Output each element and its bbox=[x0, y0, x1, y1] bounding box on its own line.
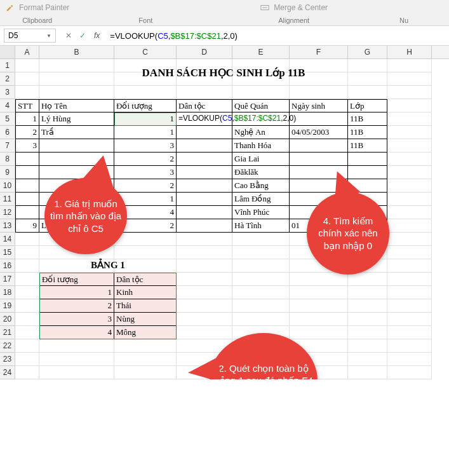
cell[interactable]: Gia Lai bbox=[232, 153, 290, 166]
cell[interactable] bbox=[387, 299, 432, 313]
row-header[interactable]: 7 bbox=[0, 139, 15, 153]
row-header[interactable]: 10 bbox=[0, 179, 15, 193]
cell[interactable] bbox=[114, 233, 177, 246]
col-header-D[interactable]: D bbox=[177, 46, 232, 58]
cell[interactable] bbox=[15, 286, 39, 299]
col-header-F[interactable]: F bbox=[290, 46, 348, 58]
cell[interactable] bbox=[387, 112, 432, 126]
cell[interactable] bbox=[348, 326, 387, 339]
cell[interactable] bbox=[114, 246, 177, 259]
cell[interactable]: Dân tộc bbox=[177, 99, 232, 112]
cell[interactable] bbox=[15, 246, 39, 259]
cell[interactable]: Cao Bằng bbox=[232, 179, 290, 193]
name-box[interactable]: D5 ▼ bbox=[4, 29, 56, 43]
cell[interactable] bbox=[177, 153, 232, 166]
cell[interactable] bbox=[387, 313, 432, 326]
row-header[interactable]: 23 bbox=[0, 353, 15, 366]
cell[interactable]: Lý Hùng bbox=[39, 112, 114, 126]
cell[interactable] bbox=[15, 153, 39, 166]
row-header[interactable]: 5 bbox=[0, 112, 15, 126]
cell[interactable] bbox=[15, 193, 39, 206]
row-header[interactable]: 9 bbox=[0, 166, 15, 179]
cell[interactable] bbox=[290, 286, 348, 299]
cell[interactable] bbox=[387, 353, 432, 366]
cell[interactable]: Đối tượng bbox=[114, 99, 177, 112]
cell[interactable]: 1 bbox=[114, 126, 177, 139]
cell[interactable] bbox=[387, 326, 432, 339]
cell[interactable] bbox=[15, 353, 39, 366]
cell[interactable] bbox=[15, 259, 39, 273]
cell[interactable] bbox=[15, 233, 39, 246]
cell[interactable] bbox=[114, 353, 177, 366]
cell[interactable]: Ngày sinh bbox=[290, 99, 348, 112]
cell[interactable] bbox=[177, 206, 232, 219]
merge-center-button[interactable]: Merge & Center bbox=[260, 3, 328, 13]
cell[interactable] bbox=[387, 193, 432, 206]
cell[interactable]: 3 bbox=[114, 166, 177, 179]
cell[interactable]: Đăklăk bbox=[232, 166, 290, 179]
cell[interactable] bbox=[387, 179, 432, 193]
cell[interactable]: Quê Quán bbox=[232, 99, 290, 112]
cell[interactable]: 9 bbox=[15, 219, 39, 233]
cell[interactable] bbox=[15, 313, 39, 326]
cell[interactable] bbox=[348, 286, 387, 299]
col-header-E[interactable]: E bbox=[232, 46, 290, 58]
dropdown-icon[interactable]: ▼ bbox=[46, 33, 51, 39]
col-header-G[interactable]: G bbox=[348, 46, 387, 58]
cell[interactable] bbox=[15, 273, 39, 286]
cell[interactable] bbox=[114, 339, 177, 353]
cell[interactable] bbox=[15, 86, 39, 99]
cell[interactable] bbox=[177, 246, 232, 259]
cell[interactable]: 3 bbox=[15, 139, 39, 153]
row-header[interactable]: 14 bbox=[0, 233, 15, 246]
cell[interactable] bbox=[177, 193, 232, 206]
cell[interactable]: 2 bbox=[15, 126, 39, 139]
cell[interactable] bbox=[387, 206, 432, 219]
cell[interactable] bbox=[348, 299, 387, 313]
row-header[interactable]: 13 bbox=[0, 219, 15, 233]
cell[interactable]: STT bbox=[15, 99, 39, 112]
row-header[interactable]: 17 bbox=[0, 273, 15, 286]
row-header[interactable]: 20 bbox=[0, 313, 15, 326]
cell[interactable]: Vĩnh Phúc bbox=[232, 206, 290, 219]
cell[interactable] bbox=[290, 299, 348, 313]
cell[interactable] bbox=[177, 219, 232, 233]
cell[interactable] bbox=[232, 259, 290, 273]
cell[interactable]: Nghệ An bbox=[232, 126, 290, 139]
cell[interactable] bbox=[290, 313, 348, 326]
cell[interactable]: Thanh Hóa bbox=[232, 139, 290, 153]
cell[interactable] bbox=[387, 246, 432, 259]
cell[interactable]: =VLOOKUP(C5,$B$17:$C$21,2,0) bbox=[177, 112, 232, 126]
cell[interactable] bbox=[232, 313, 290, 326]
row-header[interactable]: 1 bbox=[0, 59, 15, 72]
cell[interactable]: 11B bbox=[348, 126, 387, 139]
cell[interactable] bbox=[39, 353, 114, 366]
cell[interactable] bbox=[177, 286, 232, 299]
cell[interactable] bbox=[15, 299, 39, 313]
row-header[interactable]: 11 bbox=[0, 193, 15, 206]
cell[interactable] bbox=[15, 339, 39, 353]
format-painter-button[interactable]: Format Painter bbox=[5, 3, 69, 13]
row-header[interactable]: 22 bbox=[0, 339, 15, 353]
row-header[interactable]: 24 bbox=[0, 366, 15, 379]
cell[interactable]: 3 bbox=[114, 139, 177, 153]
cell[interactable] bbox=[15, 366, 39, 379]
cell[interactable] bbox=[39, 366, 114, 379]
cell[interactable] bbox=[290, 86, 348, 99]
col-header-B[interactable]: B bbox=[39, 46, 114, 58]
cell[interactable]: Lâm Đồng bbox=[232, 193, 290, 206]
cancel-icon[interactable]: ✕ bbox=[64, 31, 74, 40]
cell[interactable] bbox=[387, 273, 432, 286]
cell[interactable] bbox=[290, 273, 348, 286]
cell[interactable] bbox=[387, 139, 432, 153]
cell[interactable] bbox=[387, 153, 432, 166]
cell[interactable] bbox=[348, 153, 387, 166]
row-header[interactable]: 16 bbox=[0, 259, 15, 273]
cell[interactable]: 11B bbox=[348, 112, 387, 126]
cell[interactable] bbox=[177, 86, 232, 99]
cell[interactable] bbox=[177, 273, 232, 286]
cell[interactable] bbox=[290, 153, 348, 166]
cell[interactable]: 1 bbox=[15, 112, 39, 126]
cell[interactable]: 2 bbox=[114, 179, 177, 193]
cell[interactable] bbox=[39, 86, 114, 99]
